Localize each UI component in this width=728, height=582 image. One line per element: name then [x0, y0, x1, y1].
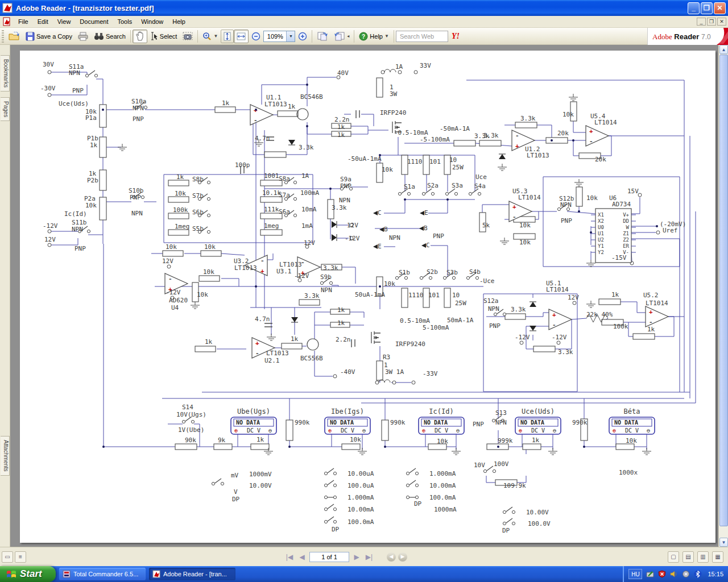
- svg-text:3.3k: 3.3k: [511, 306, 526, 313]
- snapshot-tool-button[interactable]: [180, 30, 196, 43]
- next-view-button[interactable]: ◂: [331, 30, 352, 43]
- tab-attachments[interactable]: Attachments: [1, 436, 10, 476]
- view-history-caret[interactable]: ◂: [347, 34, 349, 39]
- menu-tools[interactable]: Tools: [113, 16, 137, 27]
- page-indicator[interactable]: 1 of 1: [309, 552, 349, 562]
- zoom-level-dropdown-icon[interactable]: ▼: [286, 31, 295, 41]
- svg-text:5k: 5k: [482, 222, 490, 229]
- svg-text:-: -: [515, 132, 519, 139]
- svg-text:100k: 100k: [613, 323, 628, 330]
- view-mode-4-button[interactable]: ▦: [712, 551, 723, 563]
- toolbar-grip[interactable]: [2, 30, 4, 43]
- previous-view-button[interactable]: [314, 30, 331, 43]
- svg-text:10k: 10k: [197, 291, 208, 298]
- search-button[interactable]: Search: [91, 30, 129, 43]
- restore-button[interactable]: ❐: [701, 2, 713, 14]
- view-mode-2-button[interactable]: ▤: [682, 551, 694, 563]
- svg-text:E: E: [424, 209, 428, 217]
- bluetooth-tray-icon[interactable]: [693, 570, 702, 579]
- svg-text:12V: 12V: [568, 294, 579, 301]
- menu-help[interactable]: Help: [168, 16, 190, 27]
- svg-text:10k: 10k: [382, 166, 393, 173]
- single-page-view-button[interactable]: ▭: [2, 551, 13, 563]
- svg-text:109.9k: 109.9k: [503, 482, 526, 489]
- menu-edit[interactable]: Edit: [33, 16, 53, 27]
- svg-text:100mA: 100mA: [300, 189, 319, 197]
- svg-text:10k: 10k: [350, 436, 361, 443]
- mdi-close-button[interactable]: ✕: [717, 18, 726, 26]
- svg-text:50mA-1A: 50mA-1A: [447, 317, 474, 324]
- svg-text:DC V: DC V: [247, 427, 260, 434]
- help-button[interactable]: ? Help ▼: [356, 30, 392, 43]
- save-a-copy-button[interactable]: Save a Copy: [23, 30, 75, 43]
- last-page-button[interactable]: ▶|: [364, 553, 374, 561]
- svg-text:S3b: S3b: [446, 269, 458, 276]
- first-page-button[interactable]: |◀: [284, 553, 295, 561]
- svg-text:12V: 12V: [162, 257, 173, 265]
- svg-text:-12V: -12V: [43, 222, 58, 230]
- menu-window[interactable]: Window: [136, 16, 168, 27]
- vertical-scrollbar[interactable]: ▲ ▼: [718, 45, 728, 547]
- taskbar-task-adobe-reader[interactable]: Adobe Reader - [tran...: [149, 568, 235, 580]
- continuous-view-button[interactable]: ≡: [15, 551, 26, 563]
- svg-text:-12V: -12V: [515, 334, 530, 341]
- zoom-out-button[interactable]: [249, 30, 263, 43]
- next-page-button[interactable]: ▶: [351, 553, 362, 561]
- svg-text:S2a: S2a: [427, 182, 439, 189]
- svg-text:1110: 1110: [408, 292, 424, 299]
- svg-text:C: C: [378, 209, 382, 217]
- mdi-minimize-button[interactable]: _: [697, 18, 706, 26]
- svg-text:U2: U2: [598, 237, 604, 243]
- fit-page-button[interactable]: [221, 30, 234, 43]
- next-view-round-button[interactable]: ▶: [398, 552, 407, 562]
- svg-text:101: 101: [429, 158, 441, 165]
- security-alert-tray-icon[interactable]: [657, 570, 666, 579]
- svg-text:LT1014: LT1014: [646, 300, 668, 307]
- mdi-restore-button[interactable]: ❐: [707, 18, 716, 26]
- toolbar: Save a Copy Search: [0, 28, 728, 45]
- view-mode-1-button[interactable]: ▢: [668, 551, 679, 563]
- print-button[interactable]: [75, 30, 91, 43]
- close-button[interactable]: ✕: [714, 2, 726, 14]
- minimize-button[interactable]: _: [688, 2, 700, 14]
- zoom-in-tool-button[interactable]: ▼: [200, 30, 221, 43]
- fit-width-button[interactable]: [234, 30, 249, 43]
- svg-text:DP: DP: [232, 496, 240, 503]
- start-button[interactable]: Start: [0, 566, 56, 582]
- tab-pages[interactable]: Pages: [1, 97, 10, 121]
- volume-tray-icon[interactable]: [669, 570, 678, 579]
- scrollbar-thumb[interactable]: [719, 55, 728, 526]
- svg-text:Uref: Uref: [663, 227, 678, 234]
- svg-text:X1: X1: [598, 212, 604, 218]
- scroll-up-button[interactable]: ▲: [719, 45, 728, 54]
- svg-text:?: ?: [362, 34, 365, 40]
- menu-view[interactable]: View: [53, 16, 76, 27]
- scroll-down-button[interactable]: ▼: [719, 538, 728, 547]
- previous-page-button[interactable]: ◀: [297, 553, 307, 561]
- svg-text:1k: 1k: [532, 436, 540, 444]
- previous-view-round-button[interactable]: ◀: [387, 552, 396, 562]
- select-tool-button[interactable]: Select: [147, 30, 180, 43]
- svg-text:4.7n: 4.7n: [255, 135, 270, 142]
- view-mode-3-button[interactable]: ▥: [697, 551, 709, 563]
- pdf-document-icon[interactable]: [2, 17, 11, 26]
- yahoo-logo[interactable]: Y!: [452, 32, 460, 41]
- search-web-input[interactable]: Search Web: [396, 31, 448, 42]
- menu-file[interactable]: File: [14, 16, 33, 27]
- document-viewport[interactable]: +--++-+--+-+-++-+-+-X1X2U0U1U2Y1Y2V+DDWZ…: [10, 45, 718, 547]
- svg-text:1k: 1k: [222, 99, 230, 107]
- menu-document[interactable]: Document: [75, 16, 113, 27]
- tab-bookmarks[interactable]: Bookmarks: [1, 55, 10, 92]
- tablet-pen-tray-icon[interactable]: [646, 570, 654, 579]
- language-indicator[interactable]: HU: [628, 569, 642, 579]
- device-tray-icon[interactable]: [681, 570, 690, 579]
- svg-text:10V: 10V: [474, 462, 485, 469]
- svg-text:U4: U4: [171, 304, 179, 311]
- zoom-level-combobox[interactable]: 109% ▼: [263, 31, 295, 42]
- svg-text:Uce(Uds): Uce(Uds): [522, 408, 555, 415]
- taskbar-task-total-commander[interactable]: Total Commander 6.5...: [59, 568, 146, 580]
- zoom-in-button[interactable]: [295, 30, 310, 43]
- hand-tool-button[interactable]: [133, 30, 147, 43]
- open-button[interactable]: [6, 30, 23, 43]
- svg-text:NO DATA: NO DATA: [520, 419, 544, 426]
